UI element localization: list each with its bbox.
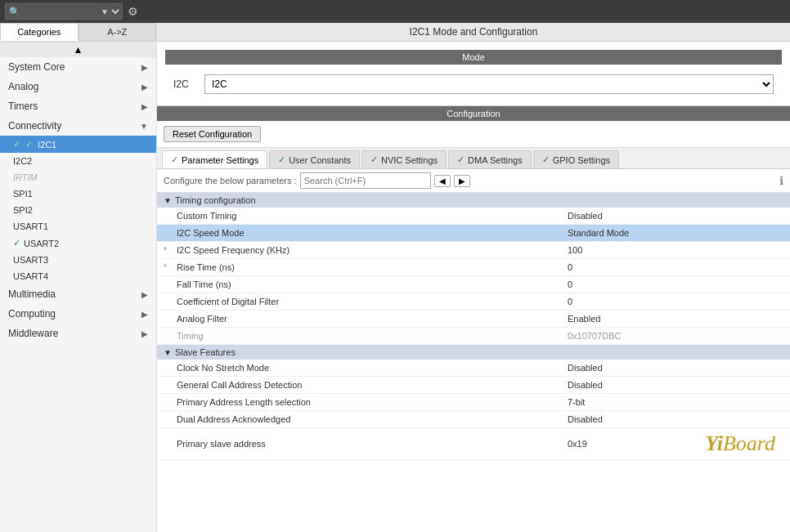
config-header: Configuration — [157, 106, 790, 121]
yiboard-logo: YiBoard — [705, 431, 775, 456]
table-row: Coefficient of Digital Filter 0 — [157, 293, 790, 311]
tab-categories[interactable]: Categories — [0, 23, 79, 41]
prev-result-button[interactable]: ◀ — [434, 175, 451, 187]
sidebar-collapse-btn[interactable]: ▲ — [0, 42, 156, 57]
table-row: Custom Timing Disabled — [157, 208, 790, 225]
param-value: Disabled — [561, 209, 790, 222]
sidebar-item-computing[interactable]: Computing ▶ — [0, 304, 156, 324]
main-layout: Categories A->Z ▲ System Core ▶ Analog ▶… — [0, 23, 790, 532]
param-value: Disabled — [561, 413, 790, 426]
config-tabs: ✓ Parameter Settings ✓ User Constants ✓ … — [157, 148, 790, 169]
i2c1-label: I2C1 — [38, 140, 56, 150]
info-icon[interactable]: ℹ — [779, 174, 783, 187]
sidebar-item-irtim[interactable]: IRTIM — [0, 169, 156, 186]
sidebar-item-connectivity[interactable]: Connectivity ▼ — [0, 116, 156, 136]
sidebar-item-analog[interactable]: Analog ▶ — [0, 77, 156, 96]
param-name: Dual Address Acknowledged — [173, 413, 561, 426]
sidebar-item-multimedia[interactable]: Multimedia ▶ — [0, 284, 156, 304]
sidebar-item-spi1[interactable]: SPI1 — [0, 186, 156, 202]
chevron-down-icon: ▼ — [140, 122, 148, 131]
sidebar-item-usart4[interactable]: USART4 — [0, 268, 156, 284]
sidebar-item-usart1[interactable]: USART1 — [0, 218, 156, 235]
table-row: Dual Address Acknowledged Disabled — [157, 411, 790, 428]
param-name: General Call Address Detection — [173, 378, 561, 391]
chevron-right-icon: ▶ — [141, 102, 148, 111]
check-icon: ✓ — [25, 139, 33, 150]
sidebar-item-system-core[interactable]: System Core ▶ — [0, 57, 156, 77]
table-row: Timing 0x10707DBC — [157, 328, 790, 345]
param-value: Enabled — [561, 312, 790, 325]
sidebar-item-middleware[interactable]: Middleware ▶ — [0, 324, 156, 343]
sidebar-item-timers[interactable]: Timers ▶ — [0, 96, 156, 116]
content-area: I2C1 Mode and Configuration Mode I2C I2C… — [157, 23, 790, 532]
table-row: * I2C Speed Frequency (KHz) 100 — [157, 242, 790, 259]
tab-atoz[interactable]: A->Z — [79, 23, 157, 41]
reset-config-button[interactable]: Reset Configuration — [164, 126, 261, 142]
param-value: Disabled — [561, 378, 790, 391]
gear-button[interactable]: ⚙ — [128, 5, 138, 18]
system-core-label: System Core — [8, 61, 65, 73]
computing-label: Computing — [8, 308, 56, 320]
param-value: 0 — [561, 261, 790, 274]
top-bar: 🔍 ▼ ⚙ — [0, 0, 790, 23]
chevron-right-icon: ▶ — [141, 310, 148, 319]
check-icon: ✓ — [13, 238, 20, 248]
tab-check-icon: ✓ — [457, 154, 465, 165]
tab-parameter-settings[interactable]: ✓ Parameter Settings — [162, 150, 267, 168]
timing-section-header[interactable]: ▼ Timing configuration — [157, 193, 790, 208]
param-name: Rise Time (ns) — [173, 261, 561, 274]
param-name: Clock No Stretch Mode — [173, 361, 561, 374]
slave-address-value: 0x19 — [568, 439, 587, 449]
table-row: Clock No Stretch Mode Disabled — [157, 360, 790, 377]
param-value: 0 — [561, 278, 790, 291]
sidebar-tabs: Categories A->Z — [0, 23, 156, 42]
middleware-label: Middleware — [8, 328, 58, 339]
param-value: 0x19 YiBoard — [561, 430, 790, 458]
param-name: Timing — [173, 329, 561, 342]
config-toolbar: Reset Configuration — [157, 121, 790, 148]
param-value: 100 — [561, 244, 790, 257]
param-value: 0 — [561, 295, 790, 308]
search-dropdown[interactable]: ▼ — [97, 7, 122, 17]
chevron-right-icon: ▶ — [141, 329, 148, 338]
param-value: 7-bit — [561, 396, 790, 409]
slave-section-header[interactable]: ▼ Slave Features — [157, 345, 790, 360]
usart2-label: USART2 — [24, 239, 59, 248]
table-row: I2C Speed Mode Standard Mode — [157, 225, 790, 242]
irtim-label: IRTIM — [13, 172, 38, 182]
next-result-button[interactable]: ▶ — [454, 175, 470, 187]
tab-dma-settings-label: DMA Settings — [468, 155, 523, 165]
search-input[interactable] — [24, 7, 97, 16]
i2c-label: I2C — [173, 78, 198, 90]
chevron-right-icon: ▶ — [141, 83, 148, 92]
tab-parameter-settings-label: Parameter Settings — [182, 155, 258, 165]
tab-gpio-settings[interactable]: ✓ GPIO Settings — [533, 150, 619, 168]
tab-check-icon: ✓ — [370, 154, 378, 165]
param-name: Primary Address Length selection — [173, 396, 561, 409]
param-name: Fall Time (ns) — [173, 278, 561, 291]
row-indent: * — [157, 246, 173, 255]
sidebar-item-usart2[interactable]: ✓ USART2 — [0, 235, 156, 252]
connectivity-label: Connectivity — [8, 120, 61, 132]
sidebar-item-i2c2[interactable]: I2C2 — [0, 153, 156, 169]
timers-label: Timers — [8, 101, 38, 112]
tab-nvic-settings-label: NVIC Settings — [381, 155, 438, 165]
mode-row: I2C I2C Disable SMBus Alert mode SMBus T… — [165, 71, 782, 97]
search-bar: Configure the below parameters : ◀ ▶ ℹ — [157, 169, 790, 193]
i2c-mode-select[interactable]: I2C Disable SMBus Alert mode SMBus Two-W… — [204, 74, 774, 94]
tab-dma-settings[interactable]: ✓ DMA Settings — [448, 150, 532, 168]
spi1-label: SPI1 — [13, 189, 33, 199]
i2c2-label: I2C2 — [13, 156, 32, 166]
sidebar-item-spi2[interactable]: SPI2 — [0, 202, 156, 218]
sidebar-item-usart3[interactable]: USART3 — [0, 252, 156, 268]
param-name: Analog Filter — [173, 312, 561, 325]
collapse-icon: ▼ — [164, 196, 172, 205]
sidebar-item-i2c1[interactable]: ✓ I2C1 — [0, 136, 156, 153]
param-name: Primary slave address — [173, 437, 561, 450]
param-value: Disabled — [561, 361, 790, 374]
timing-section-label: Timing configuration — [175, 195, 256, 205]
tab-user-constants[interactable]: ✓ User Constants — [269, 150, 360, 168]
table-row: * Rise Time (ns) 0 — [157, 259, 790, 276]
tab-nvic-settings[interactable]: ✓ NVIC Settings — [361, 150, 447, 168]
param-search-input[interactable] — [300, 172, 431, 189]
